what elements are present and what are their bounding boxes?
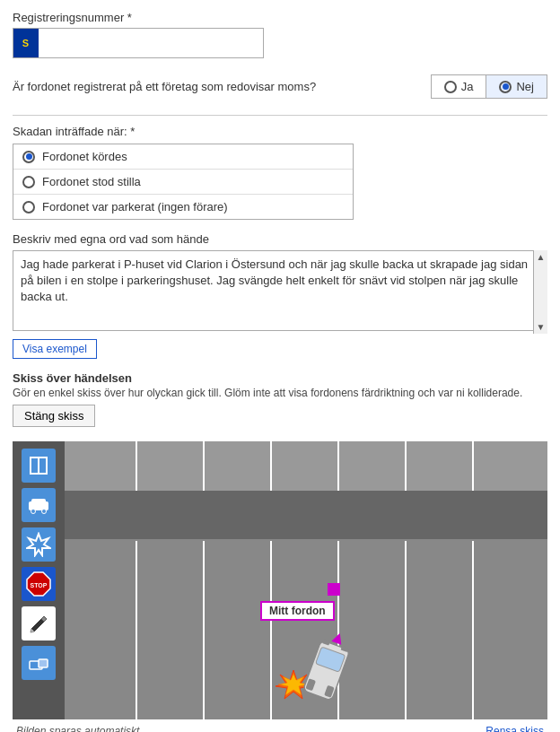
- reg-input-wrapper: S: [13, 28, 264, 58]
- radio-ja[interactable]: Ja: [431, 74, 486, 99]
- skadan-radio-1: [22, 151, 35, 163]
- pencil-tool[interactable]: [22, 606, 56, 640]
- skadan-option-1[interactable]: Fordonet kördes: [13, 144, 353, 170]
- divider-1: [13, 115, 547, 116]
- radio-ja-label: Ja: [461, 80, 474, 93]
- example-button[interactable]: Visa exempel: [13, 339, 97, 359]
- eu-text: S: [22, 38, 30, 48]
- skadan-label: Skadan inträffade när: *: [13, 125, 547, 138]
- car-wrapper: [262, 621, 361, 719]
- eraser-tool[interactable]: [22, 646, 56, 680]
- skadan-radio-3: [22, 201, 35, 214]
- moms-row: Är fordonet registrerat på ett företag s…: [13, 71, 547, 102]
- svg-rect-11: [39, 659, 48, 667]
- skiss-title: Skiss över händelsen: [13, 371, 547, 385]
- scrollbar[interactable]: ▲ ▼: [533, 250, 547, 334]
- moms-radio-group: Ja Nej: [431, 74, 547, 99]
- road-tool[interactable]: [22, 449, 56, 483]
- svg-point-4: [31, 510, 36, 514]
- stang-skiss-button[interactable]: Stäng skiss: [13, 405, 95, 427]
- scroll-up[interactable]: ▲: [537, 252, 546, 262]
- skiss-desc: Gör en enkel skiss över hur olyckan gick…: [13, 387, 547, 399]
- describe-label: Beskriv med egna ord vad som hände: [13, 232, 547, 246]
- describe-textarea[interactable]: [13, 250, 547, 331]
- radio-nej-label: Nej: [516, 80, 534, 93]
- skiss-section: Skiss över händelsen Gör en enkel skiss …: [13, 371, 547, 434]
- stop-tool[interactable]: STOP: [22, 567, 56, 601]
- svg-marker-37: [332, 632, 344, 644]
- bottom-bar: Bilden sparas automatiskt Rensa skiss: [13, 719, 547, 732]
- canvas-area[interactable]: STOP: [13, 441, 547, 719]
- svg-marker-6: [27, 534, 50, 555]
- describe-wrapper: ▲ ▼: [13, 250, 547, 334]
- eu-flag: S: [13, 29, 39, 57]
- radio-nej-circle: [499, 81, 512, 93]
- reg-input[interactable]: [39, 33, 263, 54]
- skadan-radio-2: [22, 176, 35, 188]
- rensa-skiss-button[interactable]: Rensa skiss: [486, 725, 544, 732]
- skadan-label-3: Fordonet var parkerat (ingen förare): [42, 200, 228, 214]
- obstacle-marker: [328, 583, 340, 596]
- radio-ja-circle: [444, 81, 457, 93]
- svg-rect-3: [31, 499, 46, 505]
- radio-nej[interactable]: Nej: [486, 74, 547, 99]
- reg-label: Registreringsnummer *: [13, 11, 547, 24]
- auto-save-text: Bilden sparas automatiskt: [16, 725, 139, 732]
- canvas-content[interactable]: Mitt fordon: [65, 441, 547, 719]
- mitt-fordon-label: Mitt fordon: [260, 601, 335, 621]
- skadan-options-box: Fordonet kördes Fordonet stod stilla For…: [13, 144, 354, 220]
- toolbar: STOP: [13, 441, 65, 719]
- svg-point-5: [42, 510, 47, 514]
- skadan-label-1: Fordonet kördes: [42, 150, 127, 163]
- skadan-option-2[interactable]: Fordonet stod stilla: [13, 170, 353, 195]
- svg-rect-14: [65, 491, 547, 540]
- skadan-option-3[interactable]: Fordonet var parkerat (ingen förare): [13, 195, 353, 219]
- explosion-tool[interactable]: [22, 527, 56, 562]
- scroll-down[interactable]: ▼: [537, 322, 546, 332]
- svg-text:STOP: STOP: [31, 582, 48, 588]
- skadan-label-2: Fordonet stod stilla: [42, 175, 141, 188]
- moms-question: Är fordonet registrerat på ett företag s…: [13, 80, 316, 93]
- car-tool[interactable]: [22, 488, 56, 522]
